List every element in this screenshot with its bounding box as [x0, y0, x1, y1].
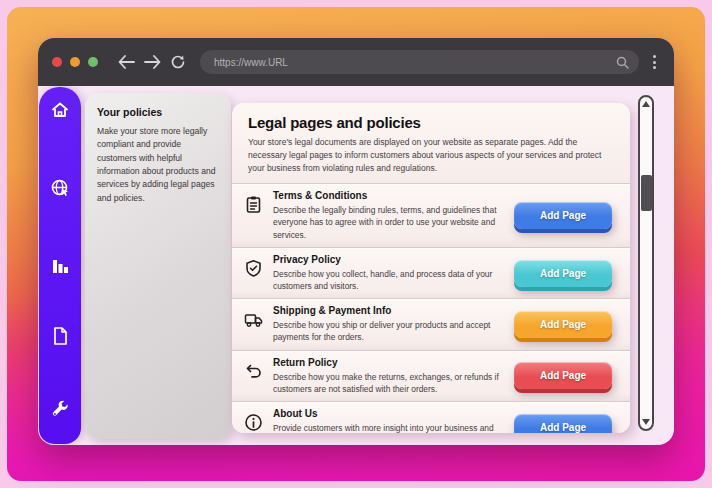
- add-page-button-terms[interactable]: Add Page: [514, 202, 612, 229]
- maximize-window-button[interactable]: [88, 57, 98, 67]
- add-page-button-privacy[interactable]: Add Page: [514, 260, 612, 287]
- reload-icon: [170, 54, 186, 70]
- app-sidebar: [39, 87, 81, 444]
- document-icon: [51, 326, 70, 346]
- bar-chart-icon: [50, 256, 70, 276]
- reload-button[interactable]: [166, 50, 190, 74]
- vertical-scrollbar[interactable]: [638, 95, 654, 431]
- sidebar-item-reports[interactable]: [49, 255, 71, 277]
- url-bar[interactable]: https://www.URL: [200, 50, 639, 74]
- forward-button[interactable]: [140, 50, 164, 74]
- page-content: Your policies Make your store more legal…: [38, 86, 674, 445]
- browser-menu-button[interactable]: [649, 51, 660, 73]
- policy-panel-title: Your policies: [97, 106, 219, 118]
- close-window-button[interactable]: [52, 57, 62, 67]
- section-title: Return Policy: [273, 357, 504, 368]
- legal-pages-header: Legal pages and policies Your store's le…: [232, 103, 630, 183]
- section-about-us: About Us Provide customers with more ins…: [232, 401, 630, 433]
- home-icon: [50, 100, 70, 120]
- globe-cursor-icon: [50, 178, 71, 199]
- section-description: Describe how you ship or deliver your pr…: [273, 319, 504, 343]
- sidebar-item-pages[interactable]: [49, 325, 71, 347]
- clipboard-icon: [244, 195, 263, 214]
- minimize-window-button[interactable]: [70, 57, 80, 67]
- browser-chrome: https://www.URL: [38, 38, 674, 86]
- add-page-button-shipping[interactable]: Add Page: [514, 311, 612, 338]
- section-description: Describe how you collect, handle, and pr…: [273, 268, 504, 292]
- section-title: Terms & Conditions: [273, 190, 504, 201]
- add-page-button-about[interactable]: Add Page: [514, 414, 612, 433]
- section-title: Shipping & Payment Info: [273, 305, 504, 316]
- scroll-up-icon: [642, 101, 650, 107]
- section-title: Privacy Policy: [273, 254, 504, 265]
- scroll-up-button[interactable]: [640, 98, 652, 110]
- truck-icon: [244, 310, 263, 329]
- wrench-icon: [50, 400, 71, 421]
- browser-window: https://www.URL Yo: [38, 38, 674, 445]
- page-title: Legal pages and policies: [248, 114, 614, 131]
- sidebar-item-website[interactable]: [49, 177, 71, 199]
- scroll-down-button[interactable]: [640, 416, 652, 428]
- section-description: Describe how you make the returns, excha…: [273, 371, 504, 395]
- scroll-down-icon: [642, 419, 650, 425]
- forward-arrow-icon: [144, 55, 161, 69]
- section-return-policy: Return Policy Describe how you make the …: [232, 350, 630, 401]
- back-arrow-icon: [118, 55, 135, 69]
- search-icon[interactable]: [616, 56, 629, 69]
- shield-check-icon: [244, 259, 263, 278]
- window-controls: [52, 57, 98, 67]
- sidebar-item-home[interactable]: [49, 99, 71, 121]
- section-privacy-policy: Privacy Policy Describe how you collect,…: [232, 247, 630, 298]
- info-icon: [244, 413, 263, 432]
- section-terms-conditions: Terms & Conditions Describe the legally …: [232, 183, 630, 247]
- page-subtitle: Your store's legal documents are display…: [248, 136, 614, 174]
- section-description: Describe the legally binding rules, term…: [273, 204, 504, 241]
- legal-pages-panel: Legal pages and policies Your store's le…: [232, 103, 630, 433]
- add-page-button-return[interactable]: Add Page: [514, 362, 612, 389]
- back-button[interactable]: [114, 50, 138, 74]
- undo-arrow-icon: [244, 362, 263, 381]
- section-title: About Us: [273, 408, 504, 419]
- policy-info-panel: Your policies Make your store more legal…: [85, 93, 231, 439]
- section-shipping-payment: Shipping & Payment Info Describe how you…: [232, 298, 630, 349]
- scrollbar-thumb[interactable]: [641, 175, 652, 211]
- section-description: Provide customers with more insight into…: [273, 422, 504, 433]
- sidebar-item-settings[interactable]: [49, 399, 71, 421]
- url-text: https://www.URL: [214, 57, 288, 68]
- policy-panel-description: Make your store more legally compliant a…: [97, 125, 219, 205]
